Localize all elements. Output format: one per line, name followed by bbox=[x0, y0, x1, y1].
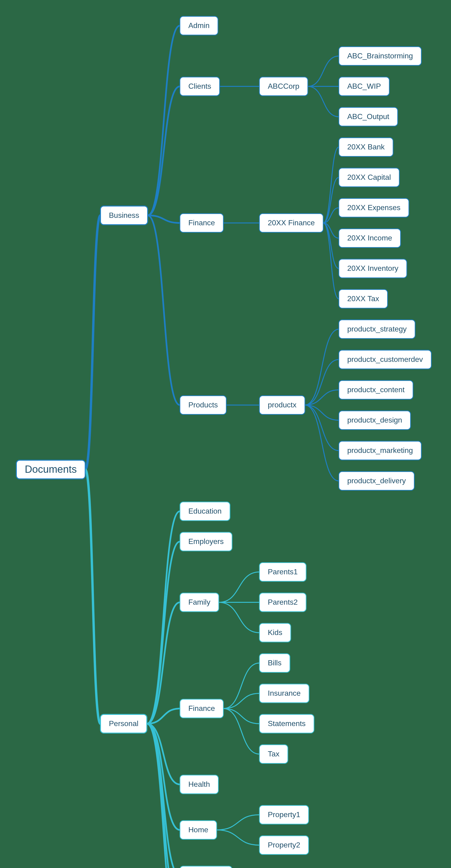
edge bbox=[219, 572, 259, 602]
node-admin[interactable]: Admin bbox=[180, 16, 218, 35]
node-clients[interactable]: Clients bbox=[180, 77, 220, 96]
node-label: productx_content bbox=[347, 385, 405, 394]
edge bbox=[148, 26, 180, 215]
node-label: ABCCorp bbox=[268, 82, 299, 90]
edge bbox=[308, 56, 339, 86]
edge bbox=[308, 86, 339, 117]
node-label: 20XX Finance bbox=[268, 219, 315, 227]
node-label: Finance bbox=[188, 219, 215, 227]
node-abc-brainstorming[interactable]: ABC_Brainstorming bbox=[339, 47, 421, 65]
node-20xx-tax[interactable]: 20XX Tax bbox=[339, 289, 388, 308]
edge bbox=[219, 602, 259, 633]
node-personal[interactable]: Personal bbox=[101, 714, 147, 733]
node-box bbox=[180, 866, 232, 868]
node-label: productx_strategy bbox=[347, 325, 406, 333]
nodes-layer: DocumentsBusinessAdminClientsABCCorpABC_… bbox=[16, 16, 431, 868]
node-productx-customerdev[interactable]: productx_customerdev bbox=[339, 350, 431, 369]
node-label: Health bbox=[188, 780, 210, 788]
node-parents1[interactable]: Parents1 bbox=[259, 563, 306, 581]
edge bbox=[323, 223, 339, 299]
node-home[interactable]: Home bbox=[180, 820, 217, 839]
node-parents2[interactable]: Parents2 bbox=[259, 593, 306, 612]
node-tax[interactable]: Tax bbox=[259, 745, 288, 764]
node-label: Finance bbox=[188, 704, 215, 713]
node-employers[interactable]: Employers bbox=[180, 532, 232, 551]
node-label: ABC_Brainstorming bbox=[347, 52, 413, 60]
node-kids[interactable]: Kids bbox=[259, 623, 291, 642]
edge bbox=[305, 405, 339, 481]
node-label: 20XX Income bbox=[347, 234, 392, 242]
node-label: 20XX Tax bbox=[347, 294, 379, 303]
node-productx-delivery[interactable]: productx_delivery bbox=[339, 472, 414, 490]
edges-layer bbox=[85, 26, 339, 868]
edge bbox=[323, 147, 339, 223]
node-label: productx_marketing bbox=[347, 446, 413, 455]
node-label: Tax bbox=[268, 750, 280, 758]
node-productx-content[interactable]: productx_content bbox=[339, 380, 413, 399]
node-property2[interactable]: Property2 bbox=[259, 836, 309, 855]
node-abccorp[interactable]: ABCCorp bbox=[259, 77, 308, 96]
node-label: Clients bbox=[188, 82, 211, 90]
node-health[interactable]: Health bbox=[180, 775, 219, 794]
node-label: 20XX Bank bbox=[347, 143, 385, 151]
node-productx[interactable]: productx bbox=[259, 396, 305, 414]
node-insurance[interactable]: Insurance bbox=[259, 684, 309, 703]
edge bbox=[223, 709, 259, 754]
node-label: 20XX Expenses bbox=[347, 203, 400, 212]
node-20xx-expenses[interactable]: 20XX Expenses bbox=[339, 198, 409, 217]
node-productx-marketing[interactable]: productx_marketing bbox=[339, 441, 421, 460]
node-label: Kids bbox=[268, 628, 282, 637]
node-productx-strategy[interactable]: productx_strategy bbox=[339, 320, 415, 339]
node-20xx-income[interactable]: 20XX Income bbox=[339, 229, 400, 247]
node-finance[interactable]: Finance bbox=[180, 699, 223, 718]
node-label: ABC_WIP bbox=[347, 82, 381, 90]
node-20xx-inventory[interactable]: 20XX Inventory bbox=[339, 259, 407, 278]
node-statements[interactable]: Statements bbox=[259, 714, 314, 733]
node-label: Documents bbox=[25, 463, 77, 475]
node-business[interactable]: Business bbox=[101, 206, 148, 225]
edge bbox=[217, 830, 259, 845]
node-products[interactable]: Products bbox=[180, 396, 226, 414]
edge bbox=[305, 329, 339, 405]
node-abc-output[interactable]: ABC_Output bbox=[339, 107, 398, 126]
node-label: productx bbox=[268, 401, 297, 409]
edge bbox=[147, 511, 180, 724]
node-label: Insurance bbox=[268, 689, 301, 698]
node-label: Education bbox=[188, 507, 222, 515]
node-label: Employers bbox=[188, 537, 224, 546]
node-education[interactable]: Education bbox=[180, 502, 230, 521]
mindmap-canvas: DocumentsBusinessAdminClientsABCCorpABC_… bbox=[0, 0, 451, 868]
node-20xx-finance[interactable]: 20XX Finance bbox=[259, 214, 323, 232]
edge bbox=[147, 541, 180, 724]
node-label: Personal bbox=[109, 719, 138, 728]
node-property1[interactable]: Property1 bbox=[259, 805, 309, 824]
edge bbox=[147, 724, 180, 868]
edge bbox=[85, 215, 101, 470]
node-abc-wip[interactable]: ABC_WIP bbox=[339, 77, 389, 96]
node-finance[interactable]: Finance bbox=[180, 214, 223, 232]
node-family[interactable]: Family bbox=[180, 593, 219, 612]
node-label: ABC_Output bbox=[347, 112, 389, 121]
node-label: Business bbox=[109, 211, 139, 219]
node-label: Property1 bbox=[268, 810, 300, 819]
node-label: Admin bbox=[188, 21, 209, 30]
node-label: productx_design bbox=[347, 416, 402, 424]
node-purchases[interactable]: Purchases bbox=[180, 866, 232, 868]
node-label: Products bbox=[188, 401, 218, 409]
edge bbox=[85, 469, 101, 724]
edge bbox=[148, 215, 180, 405]
node-label: 20XX Capital bbox=[347, 173, 391, 181]
edge bbox=[223, 709, 259, 724]
node-documents[interactable]: Documents bbox=[16, 460, 85, 479]
node-label: Statements bbox=[268, 719, 306, 728]
node-20xx-bank[interactable]: 20XX Bank bbox=[339, 138, 393, 156]
node-bills[interactable]: Bills bbox=[259, 654, 290, 672]
node-label: Parents2 bbox=[268, 598, 298, 606]
edge bbox=[223, 693, 259, 709]
node-20xx-capital[interactable]: 20XX Capital bbox=[339, 168, 399, 187]
node-label: Property2 bbox=[268, 841, 300, 849]
edge bbox=[217, 815, 259, 830]
node-label: productx_customerdev bbox=[347, 355, 423, 364]
node-productx-design[interactable]: productx_design bbox=[339, 411, 411, 430]
edge bbox=[223, 663, 259, 709]
